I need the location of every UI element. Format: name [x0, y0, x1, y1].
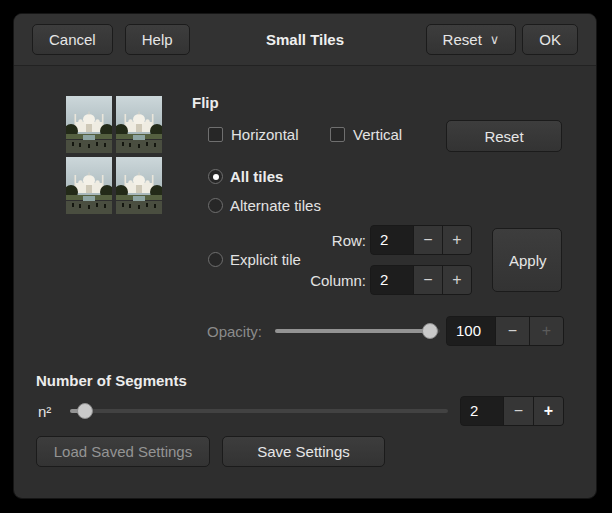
opacity-decrement-button[interactable]: − [495, 317, 529, 345]
segments-slider-track[interactable] [70, 409, 448, 413]
column-decrement-button[interactable]: − [413, 266, 442, 294]
vertical-checkbox-label: Vertical [353, 126, 402, 143]
horizontal-checkbox[interactable] [208, 127, 223, 142]
segments-spinner: 2 − + [460, 396, 564, 426]
flip-reset-button[interactable]: Reset [446, 120, 562, 152]
vertical-checkbox[interactable] [330, 127, 345, 142]
all-tiles-radio[interactable] [208, 169, 223, 184]
alternate-tiles-radio-label: Alternate tiles [230, 197, 321, 214]
column-spinner: 2 − + [370, 265, 472, 295]
flip-section-label: Flip [192, 94, 219, 111]
segments-slider[interactable] [70, 402, 448, 420]
small-tiles-dialog: Cancel Help Small Tiles Reset ∨ OK Flip … [13, 13, 597, 499]
segments-n-label: n² [38, 403, 51, 420]
row-spinner: 2 − + [370, 225, 472, 255]
column-label: Column: [302, 272, 366, 289]
column-value-field[interactable]: 2 [371, 266, 413, 294]
plus-icon: + [542, 322, 551, 340]
opacity-slider-handle[interactable] [422, 323, 438, 339]
segments-slider-handle[interactable] [77, 403, 93, 419]
save-settings-button[interactable]: Save Settings [222, 436, 385, 467]
row-increment-button[interactable]: + [442, 226, 471, 254]
preview-tile-image [66, 157, 112, 214]
segments-section-title: Number of Segments [36, 372, 187, 389]
plus-icon: + [452, 271, 461, 289]
opacity-increment-button[interactable]: + [529, 317, 563, 345]
opacity-slider-fill [275, 329, 426, 333]
plus-icon: + [544, 402, 553, 420]
row-value-field[interactable]: 2 [371, 226, 413, 254]
minus-icon: − [508, 322, 517, 340]
explicit-tile-radio-label: Explicit tile [230, 251, 301, 268]
opacity-spinner: 100 − + [446, 316, 564, 346]
load-saved-settings-button[interactable]: Load Saved Settings [36, 436, 210, 467]
opacity-slider[interactable] [275, 322, 440, 340]
dialog-content: Flip Horizontal Vertical Reset All tiles… [14, 14, 596, 498]
row-decrement-button[interactable]: − [413, 226, 442, 254]
all-tiles-radio-label: All tiles [230, 168, 283, 185]
row-label: Row: [314, 232, 366, 249]
opacity-label: Opacity: [200, 323, 262, 340]
tile-preview-image [66, 96, 162, 214]
apply-button[interactable]: Apply [492, 228, 562, 292]
preview-tile-image [116, 157, 162, 214]
preview-tile-image [116, 96, 162, 153]
opacity-value-field[interactable]: 100 [447, 317, 495, 345]
minus-icon: − [423, 231, 432, 249]
segments-value-field[interactable]: 2 [461, 397, 503, 425]
plus-icon: + [452, 231, 461, 249]
minus-icon: − [514, 402, 523, 420]
segments-decrement-button[interactable]: − [503, 397, 533, 425]
preview-tile-image [66, 96, 112, 153]
column-increment-button[interactable]: + [442, 266, 471, 294]
alternate-tiles-radio[interactable] [208, 198, 223, 213]
horizontal-checkbox-label: Horizontal [231, 126, 299, 143]
explicit-tile-radio[interactable] [208, 252, 223, 267]
minus-icon: − [423, 271, 432, 289]
segments-increment-button[interactable]: + [533, 397, 563, 425]
